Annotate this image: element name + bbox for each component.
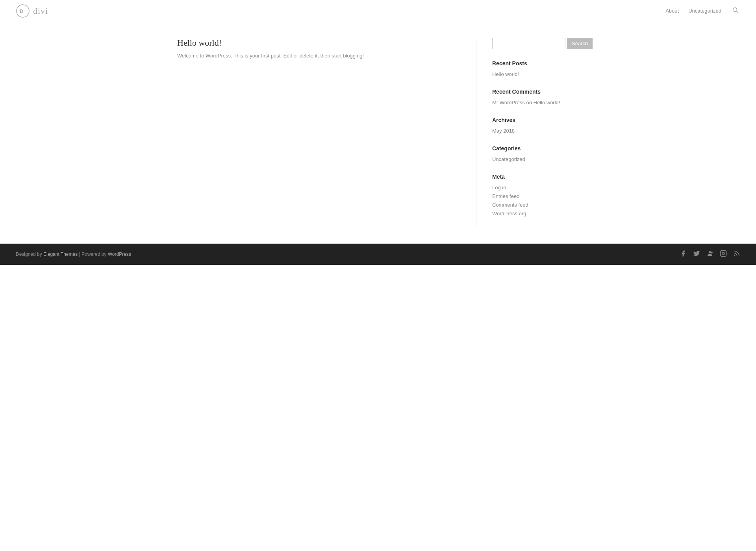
categories-widget: Categories Uncategorized — [492, 145, 579, 163]
site-footer: Designed by Elegant Themes | Powered by … — [0, 244, 756, 265]
recent-comments-list: Mr WordPress on Hello world! — [492, 100, 579, 106]
footer-text: Designed by Elegant Themes | Powered by … — [16, 251, 131, 257]
recent-posts-widget: Recent Posts Hello world! — [492, 60, 579, 78]
archive-link[interactable]: May 2018 — [492, 128, 515, 134]
site-header: D divi About Uncategorized — [0, 0, 756, 22]
search-toggle-button[interactable] — [731, 6, 740, 17]
list-item: Comments feed — [492, 202, 579, 208]
social-icons — [680, 250, 740, 259]
meta-comments-feed-link[interactable]: Comments feed — [492, 202, 528, 208]
sidebar: Search Recent Posts Hello world! Recent … — [492, 38, 579, 228]
search-form[interactable]: Search — [492, 38, 579, 49]
twitter-icon[interactable] — [693, 250, 700, 259]
meta-wordpress-org-link[interactable]: WordPress.org — [492, 211, 526, 216]
designed-by-prefix: Designed by — [16, 251, 43, 257]
meta-widget: Meta Log in Entries feed Comments feed W… — [492, 174, 579, 217]
categories-list: Uncategorized — [492, 156, 579, 163]
search-input[interactable] — [492, 38, 565, 49]
meta-entries-feed-link[interactable]: Entries feed — [492, 193, 519, 199]
main-wrap: Hello world! Welcome to WordPress. This … — [169, 22, 587, 244]
list-item: Uncategorized — [492, 156, 579, 163]
recent-posts-title: Recent Posts — [492, 60, 579, 67]
list-item: Log in — [492, 185, 579, 191]
categories-title: Categories — [492, 145, 579, 152]
powered-by-prefix: | Powered by — [78, 251, 108, 257]
list-item: Hello world! — [492, 71, 579, 78]
list-item: Entries feed — [492, 193, 579, 200]
search-button[interactable]: Search — [567, 38, 593, 49]
facebook-icon[interactable] — [680, 250, 687, 259]
svg-rect-4 — [721, 251, 726, 257]
main-content: Hello world! Welcome to WordPress. This … — [177, 38, 476, 228]
recent-comment-link[interactable]: Mr WordPress on Hello world! — [492, 100, 560, 105]
category-link[interactable]: Uncategorized — [492, 156, 525, 162]
rss-icon[interactable] — [733, 250, 740, 259]
svg-point-2 — [733, 7, 737, 11]
logo-icon: D — [16, 4, 30, 18]
archives-widget: Archives May 2018 — [492, 117, 579, 134]
nav-uncategorized[interactable]: Uncategorized — [688, 8, 721, 14]
list-item: May 2018 — [492, 128, 579, 134]
instagram-icon[interactable] — [720, 250, 727, 259]
archives-title: Archives — [492, 117, 579, 123]
search-widget: Search — [492, 38, 579, 49]
svg-text:D: D — [20, 8, 23, 14]
list-item: WordPress.org — [492, 211, 579, 217]
recent-post-link[interactable]: Hello world! — [492, 71, 519, 77]
magnifier-icon — [732, 7, 739, 13]
meta-login-link[interactable]: Log in — [492, 185, 506, 190]
archives-list: May 2018 — [492, 128, 579, 134]
elegant-themes-link[interactable]: Elegant Themes — [43, 251, 78, 257]
meta-title: Meta — [492, 174, 579, 180]
post-body: Welcome to WordPress. This is your first… — [177, 52, 460, 60]
logo-text: divi — [33, 6, 48, 16]
meta-list: Log in Entries feed Comments feed WordPr… — [492, 185, 579, 217]
wordpress-link[interactable]: WordPress — [108, 251, 131, 257]
svg-point-6 — [734, 255, 735, 256]
nav-about[interactable]: About — [665, 8, 679, 14]
recent-comments-widget: Recent Comments Mr WordPress on Hello wo… — [492, 89, 579, 106]
googleplus-icon[interactable] — [706, 250, 713, 259]
post-title: Hello world! — [177, 38, 460, 48]
recent-posts-list: Hello world! — [492, 71, 579, 78]
svg-line-3 — [737, 11, 739, 13]
recent-comments-title: Recent Comments — [492, 89, 579, 95]
main-nav: About Uncategorized — [665, 6, 740, 17]
list-item: Mr WordPress on Hello world! — [492, 100, 579, 106]
logo-area[interactable]: D divi — [16, 4, 48, 18]
